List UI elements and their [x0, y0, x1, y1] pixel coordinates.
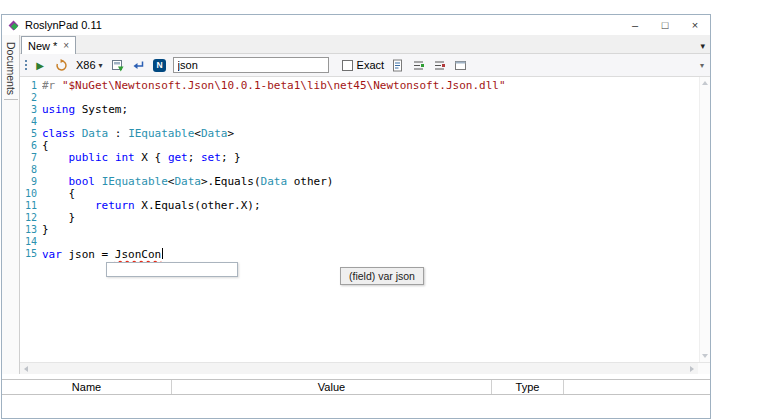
code-area[interactable]: #r "$NuGet\Newtonsoft.Json\10.0.1-beta1\… — [42, 77, 698, 362]
toolbar-grip[interactable] — [23, 58, 27, 72]
horizontal-scrollbar[interactable] — [20, 362, 710, 374]
console-toggle-button[interactable] — [452, 56, 468, 74]
column-header-filler — [564, 380, 710, 394]
minimize-button[interactable]: – — [620, 15, 650, 35]
uncomment-icon — [433, 59, 446, 72]
line-number: 10 — [20, 188, 40, 200]
comment-icon — [412, 59, 425, 72]
checkbox-icon[interactable] — [342, 60, 353, 71]
line-number: 4 — [20, 116, 40, 128]
line-number: 1 — [20, 80, 40, 92]
scroll-up-icon[interactable] — [702, 81, 708, 85]
titlebar: RoslynPad 0.11 – □ × — [2, 15, 710, 35]
nuget-icon: N — [153, 59, 166, 72]
toolbar-overflow-icon[interactable]: ▾ — [700, 61, 706, 70]
platform-dropdown[interactable]: X86 ▾ — [74, 59, 105, 71]
quick-info-tooltip: (field) var json — [340, 267, 424, 285]
line-number: 14 — [20, 236, 40, 248]
platform-label: X86 — [76, 59, 96, 71]
code-line[interactable] — [42, 236, 698, 248]
results-grid-header: Name Value Type — [2, 379, 710, 395]
code-line[interactable]: } — [42, 212, 698, 224]
tab-list-menu-icon[interactable]: ▾ — [700, 41, 710, 53]
line-number: 13 — [20, 224, 40, 236]
save-icon — [111, 59, 124, 72]
close-button[interactable]: × — [680, 15, 710, 35]
uncomment-selection-button[interactable] — [431, 56, 447, 74]
nuget-button[interactable]: N — [152, 56, 168, 74]
code-line[interactable]: using System; — [42, 104, 698, 116]
line-number: 12 — [20, 212, 40, 224]
code-line[interactable]: var json = JsonCon — [42, 248, 698, 260]
save-button[interactable] — [110, 56, 126, 74]
scroll-right-icon[interactable] — [690, 366, 694, 372]
line-number: 15 — [20, 248, 40, 260]
code-line[interactable]: } — [42, 224, 698, 236]
line-number: 9 — [20, 176, 40, 188]
completion-popup[interactable] — [106, 262, 238, 277]
nuget-search-input[interactable] — [173, 57, 329, 73]
scroll-down-icon[interactable] — [702, 354, 708, 358]
tab-label: New * — [28, 40, 57, 52]
line-number: 2 — [20, 92, 40, 104]
vertical-scrollbar[interactable] — [699, 77, 710, 362]
window-controls: – □ × — [620, 15, 710, 35]
window-title: RoslynPad 0.11 — [25, 19, 102, 31]
main-area: Documents New * × ▾ ▶ — [2, 35, 710, 374]
exact-label: Exact — [357, 59, 385, 71]
results-grid-body[interactable] — [2, 395, 710, 418]
code-line[interactable] — [42, 92, 698, 104]
code-line[interactable]: #r "$NuGet\Newtonsoft.Json\10.0.1-beta1\… — [42, 80, 698, 92]
code-line[interactable]: return X.Equals(other.X); — [42, 200, 698, 212]
app-logo-icon — [7, 19, 20, 32]
tab-close-icon[interactable]: × — [63, 41, 69, 51]
column-header-name[interactable]: Name — [2, 380, 172, 394]
line-number: 3 — [20, 104, 40, 116]
tab-new[interactable]: New * × — [21, 36, 76, 54]
run-button[interactable]: ▶ — [32, 56, 48, 74]
sidebar-tab-documents[interactable]: Documents — [4, 38, 18, 100]
editor-column: New * × ▾ ▶ X86 ▾ — [20, 35, 710, 374]
tab-bar: New * × ▾ — [20, 35, 710, 54]
format-document-button[interactable] — [389, 56, 405, 74]
scroll-left-icon[interactable] — [24, 366, 28, 372]
gutter: 123456789101112131415 — [20, 77, 40, 362]
code-editor: 123456789101112131415 #r "$NuGet\Newtons… — [20, 77, 710, 362]
line-number: 6 — [20, 140, 40, 152]
console-icon — [454, 59, 467, 72]
line-number: 11 — [20, 200, 40, 212]
column-header-value[interactable]: Value — [172, 380, 492, 394]
app-window: RoslynPad 0.11 – □ × Documents New * × ▾ — [1, 14, 711, 419]
tool-window-strip: Documents — [2, 35, 20, 374]
line-number: 8 — [20, 164, 40, 176]
line-number: 7 — [20, 152, 40, 164]
comment-selection-button[interactable] — [410, 56, 426, 74]
chevron-down-icon: ▾ — [99, 61, 103, 70]
maximize-button[interactable]: □ — [650, 15, 680, 35]
line-number: 5 — [20, 128, 40, 140]
code-line[interactable]: public int X { get; set; } — [42, 152, 698, 164]
column-header-type[interactable]: Type — [492, 380, 564, 394]
code-line[interactable]: bool IEquatable<Data>.Equals(Data other) — [42, 176, 698, 188]
open-document-button[interactable] — [131, 56, 147, 74]
text-caret — [162, 248, 163, 259]
scrollbar-corner — [698, 363, 710, 374]
restart-host-button[interactable] — [53, 56, 69, 74]
return-arrow-icon — [132, 59, 145, 72]
format-document-icon — [391, 59, 404, 72]
exact-match-checkbox[interactable]: Exact — [342, 59, 385, 71]
code-line[interactable]: class Data : IEquatable<Data> — [42, 128, 698, 140]
toolbar: ▶ X86 ▾ — [20, 54, 710, 77]
play-icon: ▶ — [36, 60, 44, 71]
restart-icon — [55, 59, 68, 72]
